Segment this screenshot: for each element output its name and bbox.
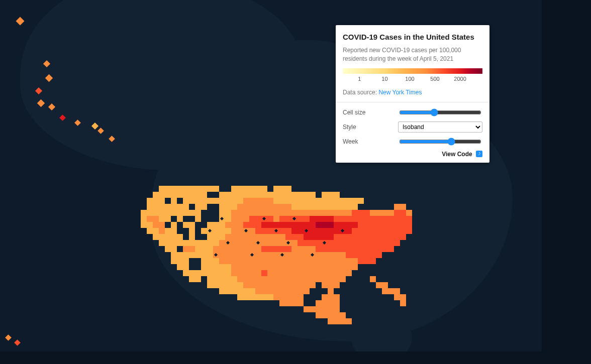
grid-cell bbox=[183, 270, 189, 276]
grid-cell bbox=[273, 246, 279, 252]
grid-cell bbox=[304, 186, 310, 192]
grid-cell bbox=[177, 198, 183, 204]
grid-cell bbox=[352, 246, 358, 252]
grid-cell bbox=[298, 234, 304, 240]
grid-cell bbox=[310, 318, 316, 324]
grid-cell bbox=[183, 234, 189, 240]
grid-cell bbox=[267, 288, 273, 294]
grid-cell bbox=[147, 234, 153, 240]
grid-cell bbox=[334, 216, 340, 222]
grid-cell bbox=[334, 300, 340, 306]
grid-cell bbox=[352, 198, 358, 204]
grid-cell bbox=[231, 258, 237, 264]
grid-cell bbox=[153, 300, 159, 306]
grid-cell bbox=[322, 318, 328, 324]
grid-cell bbox=[153, 210, 159, 216]
grid-cell bbox=[334, 240, 340, 246]
grid-cell bbox=[394, 294, 400, 300]
grid-cell bbox=[237, 300, 243, 306]
grid-cell bbox=[394, 204, 400, 210]
grid-cell bbox=[304, 300, 310, 306]
grid-cell bbox=[267, 312, 273, 318]
grid-cell bbox=[207, 234, 213, 240]
grid-cell bbox=[213, 300, 219, 306]
cell-size-slider[interactable] bbox=[399, 108, 481, 116]
grid-cell bbox=[249, 282, 255, 288]
grid-cell bbox=[388, 216, 394, 222]
grid-cell bbox=[267, 306, 273, 312]
view-code-link[interactable]: View Code bbox=[343, 151, 482, 158]
style-select[interactable]: Isoband bbox=[398, 122, 482, 133]
grid-cell bbox=[153, 222, 159, 228]
grid-cell bbox=[267, 252, 273, 258]
grid-cell bbox=[141, 192, 147, 198]
grid-cell bbox=[328, 198, 334, 204]
grid-cell bbox=[195, 240, 201, 246]
grid-cell bbox=[382, 264, 388, 270]
grid-cell bbox=[376, 252, 382, 258]
grid-cell bbox=[261, 198, 267, 204]
grid-cell bbox=[394, 258, 400, 264]
grid-cell bbox=[219, 204, 225, 210]
grid-cell bbox=[340, 186, 346, 192]
grid-cell bbox=[364, 252, 370, 258]
grid-cell bbox=[316, 240, 322, 246]
grid-cell bbox=[273, 210, 279, 216]
grid-cell bbox=[261, 300, 267, 306]
grid-cell bbox=[147, 252, 153, 258]
grid-cell bbox=[382, 306, 388, 312]
grid-cell bbox=[364, 312, 370, 318]
grid-cell bbox=[255, 204, 261, 210]
grid-cell bbox=[352, 282, 358, 288]
grid-cell bbox=[388, 204, 394, 210]
grid-cell bbox=[249, 198, 255, 204]
grid-cell bbox=[334, 210, 340, 216]
grid-cell bbox=[153, 228, 159, 234]
grid-cell bbox=[237, 264, 243, 270]
grid-cell bbox=[388, 186, 394, 192]
grid-cell bbox=[394, 216, 400, 222]
grid-cell bbox=[279, 264, 285, 270]
grid-cell bbox=[165, 216, 171, 222]
data-source-link[interactable]: New York Times bbox=[378, 89, 422, 96]
grid-cell bbox=[328, 216, 334, 222]
grid-cell bbox=[388, 192, 394, 198]
grid-cell bbox=[255, 270, 261, 276]
grid-cell bbox=[267, 258, 273, 264]
grid-cell bbox=[159, 240, 165, 246]
grid-cell bbox=[364, 288, 370, 294]
grid-cell bbox=[298, 222, 304, 228]
map-viewport[interactable]: COVID-19 Cases in the United States Repo… bbox=[0, 0, 542, 351]
style-label: Style bbox=[343, 124, 398, 131]
grid-cell bbox=[352, 306, 358, 312]
grid-cell bbox=[406, 288, 412, 294]
grid-cell bbox=[141, 228, 147, 234]
grid-cell bbox=[394, 282, 400, 288]
grid-cell bbox=[261, 252, 267, 258]
grid-cell bbox=[201, 318, 207, 324]
grid-cell bbox=[225, 288, 231, 294]
grid-cell bbox=[177, 210, 183, 216]
grid-cell bbox=[165, 240, 171, 246]
grid-cell bbox=[358, 228, 364, 234]
grid-cell bbox=[316, 186, 322, 192]
grid-cell bbox=[225, 276, 231, 282]
grid-cell bbox=[285, 288, 291, 294]
grid-cell bbox=[328, 264, 334, 270]
grid-cell bbox=[165, 222, 171, 228]
grid-cell bbox=[291, 264, 298, 270]
cell-size-label: Cell size bbox=[343, 109, 398, 116]
grid-cell bbox=[201, 306, 207, 312]
grid-cell bbox=[249, 204, 255, 210]
grid-cell bbox=[273, 300, 279, 306]
grid-cell bbox=[370, 306, 376, 312]
grid-cell bbox=[346, 216, 352, 222]
grid-cell bbox=[298, 312, 304, 318]
grid-cell bbox=[340, 240, 346, 246]
week-slider[interactable] bbox=[399, 138, 481, 146]
grid-cell bbox=[340, 204, 346, 210]
grid-cell bbox=[261, 192, 267, 198]
grid-cell bbox=[316, 234, 322, 240]
grid-cell bbox=[382, 246, 388, 252]
grid-cell bbox=[279, 186, 285, 192]
